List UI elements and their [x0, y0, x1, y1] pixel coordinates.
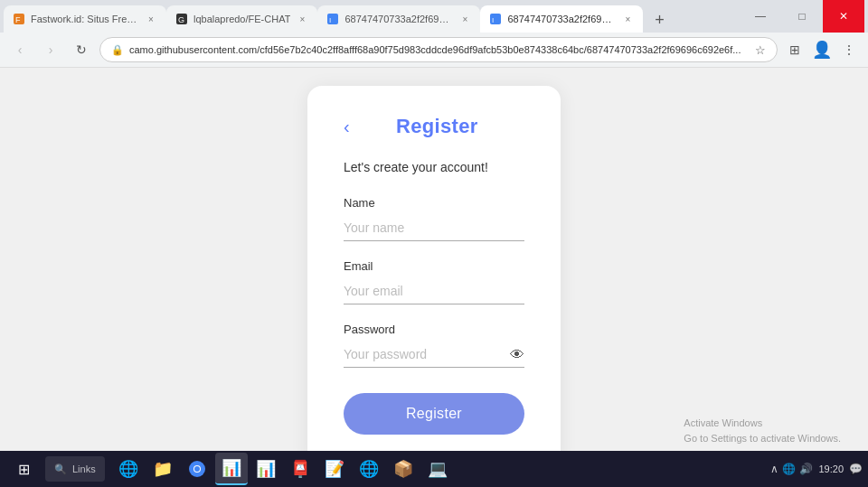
notification-icon[interactable]: 💬	[849, 463, 863, 475]
taskbar-outlook[interactable]: 📮	[284, 453, 316, 485]
tab-favicon-1: F	[13, 13, 25, 25]
tab-4[interactable]: I 68747470733a2f2f69696c692e6f... ×	[480, 5, 643, 33]
taskbar-pkg[interactable]: 📦	[387, 453, 420, 485]
svg-text:G: G	[178, 15, 184, 24]
tab-title-2: lqbalapredo/FE-CHAT	[193, 14, 290, 24]
tray-network[interactable]: 🌐	[782, 463, 796, 475]
taskbar-right: ∧ 🌐 🔊 19:20 💬	[770, 463, 863, 475]
tab-close-2[interactable]: ×	[296, 13, 308, 25]
tab-favicon-4: I	[489, 13, 502, 25]
register-card: ‹ Register Let's create your account! Na…	[307, 86, 561, 471]
page-content: ‹ Register Let's create your account! Na…	[0, 68, 868, 456]
email-input[interactable]	[344, 278, 524, 304]
url-bar[interactable]: 🔒 camo.githubusercontent.com/cfd56e7b2c4…	[99, 37, 778, 62]
card-title: Register	[350, 115, 524, 138]
taskbar-vscode[interactable]: 💻	[421, 453, 454, 485]
tab-bar: F Fastwork.id: Situs Freelance Onli... ×…	[0, 0, 868, 33]
refresh-button[interactable]: ↻	[69, 37, 94, 62]
tab-2[interactable]: G lqbalapredo/FE-CHAT ×	[166, 5, 317, 33]
address-bar: ‹ › ↻ 🔒 camo.githubusercontent.com/cfd56…	[0, 33, 868, 67]
minimize-button[interactable]: —	[740, 0, 781, 33]
name-input-wrap	[344, 215, 524, 241]
activate-line2: Go to Settings to activate Windows.	[684, 431, 841, 447]
email-label: Email	[344, 259, 524, 273]
tab-close-4[interactable]: ×	[621, 13, 634, 25]
svg-point-10	[194, 466, 200, 472]
taskbar-excel[interactable]: 📊	[250, 453, 282, 485]
tab-favicon-2: G	[175, 13, 188, 25]
tab-1[interactable]: F Fastwork.id: Situs Freelance Onli... ×	[4, 5, 166, 33]
eye-icon[interactable]: 👁	[510, 347, 524, 363]
taskbar-time[interactable]: 19:20	[818, 463, 844, 475]
card-header: ‹ Register	[344, 115, 524, 138]
back-button[interactable]: ‹	[7, 37, 33, 62]
tab-close-1[interactable]: ×	[145, 13, 157, 25]
activate-windows-text: Activate Windows Go to Settings to activ…	[684, 416, 841, 447]
tab-title-1: Fastwork.id: Situs Freelance Onli...	[31, 14, 139, 24]
search-icon: 🔍	[54, 464, 67, 475]
search-label: Links	[72, 464, 96, 474]
activate-line1: Activate Windows	[684, 416, 841, 432]
tab-favicon-3: I	[326, 13, 339, 25]
taskbar-search[interactable]: 🔍 Links	[45, 456, 105, 482]
tray-volume[interactable]: 🔊	[799, 463, 813, 475]
taskbar-app5[interactable]: 📊	[215, 453, 248, 485]
taskbar: ⊞ 🔍 Links 🌐 📁 📊 📊 📮 📝 🌐 📦 💻 ∧ 🌐 🔊 19:20 …	[0, 451, 868, 487]
close-window-button[interactable]: ✕	[823, 0, 864, 33]
taskbar-edge[interactable]: 🌐	[112, 453, 145, 485]
email-form-group: Email	[344, 259, 524, 304]
taskbar-files[interactable]: 📁	[146, 453, 179, 485]
maximize-button[interactable]: □	[781, 0, 823, 33]
tab-title-4: 68747470733a2f2f69696c692e6f...	[507, 14, 616, 24]
forward-button[interactable]: ›	[38, 37, 63, 62]
browser-chrome: F Fastwork.id: Situs Freelance Onli... ×…	[0, 0, 868, 68]
extensions-icon[interactable]: ⊞	[783, 38, 807, 61]
profile-icon[interactable]: 👤	[810, 38, 834, 61]
svg-text:I: I	[492, 16, 494, 24]
tab-title-3: 68747470733a2f2f69696c692e6f...	[344, 14, 453, 24]
taskbar-word[interactable]: 📝	[318, 453, 351, 485]
settings-icon[interactable]: ⋮	[837, 38, 861, 61]
name-form-group: Name	[344, 196, 524, 241]
tab-close-3[interactable]: ×	[458, 13, 471, 25]
name-input[interactable]	[344, 215, 524, 241]
lock-icon: 🔒	[111, 44, 124, 56]
new-tab-button[interactable]: +	[646, 7, 672, 33]
password-form-group: Password 👁	[344, 323, 524, 368]
password-label: Password	[344, 323, 524, 336]
start-button[interactable]: ⊞	[5, 453, 42, 485]
name-label: Name	[344, 196, 524, 210]
password-input-wrap: 👁	[344, 342, 524, 368]
star-icon[interactable]: ☆	[755, 43, 766, 57]
email-input-wrap	[344, 278, 524, 304]
tray-chevron[interactable]: ∧	[770, 463, 778, 475]
toolbar-icons: ⊞ 👤 ⋮	[783, 38, 861, 61]
taskbar-chrome[interactable]	[181, 453, 213, 485]
svg-text:I: I	[329, 16, 331, 24]
taskbar-browser2[interactable]: 🌐	[353, 453, 385, 485]
svg-text:F: F	[15, 15, 21, 24]
taskbar-apps: 🌐 📁 📊 📊 📮 📝 🌐 📦 💻	[112, 453, 454, 485]
tab-3[interactable]: I 68747470733a2f2f69696c692e6f... ×	[317, 5, 480, 33]
time-display: 19:20	[818, 463, 844, 475]
register-button[interactable]: Register	[344, 393, 524, 435]
card-subtitle: Let's create your account!	[344, 160, 524, 174]
tray-icons: ∧ 🌐 🔊	[770, 463, 813, 475]
url-text: camo.githubusercontent.com/cfd56e7b2c40c…	[129, 44, 750, 55]
back-arrow-button[interactable]: ‹	[344, 117, 350, 137]
password-input[interactable]	[344, 342, 524, 368]
